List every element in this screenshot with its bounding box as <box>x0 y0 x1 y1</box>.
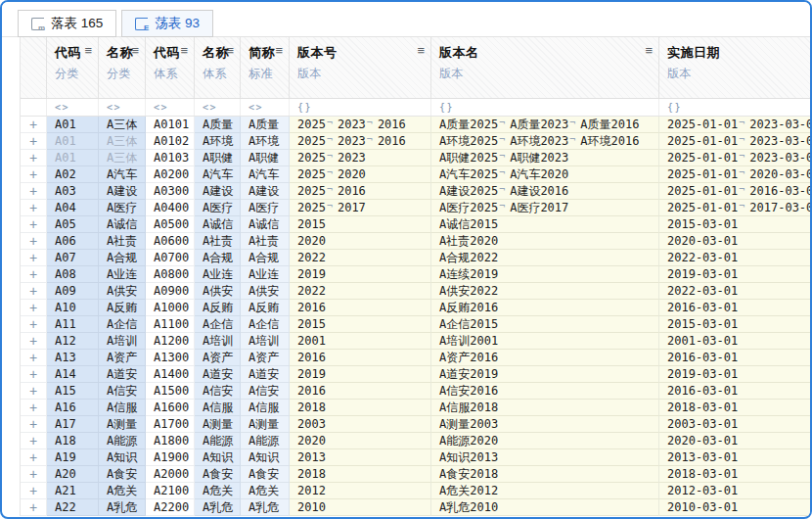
cell[interactable]: A信服 <box>241 400 290 416</box>
cell[interactable]: 2022-03-01 <box>659 250 812 266</box>
column-menu-icon[interactable]: ≡ <box>84 44 92 57</box>
cell[interactable]: 2018-03-01 <box>659 466 812 483</box>
cell[interactable]: A危关 <box>195 483 241 499</box>
cell[interactable]: A1900 <box>146 449 195 466</box>
cell[interactable]: A0200 <box>146 166 195 183</box>
expand-button[interactable]: + <box>21 316 47 333</box>
cell[interactable]: A能源 <box>241 433 290 449</box>
cell[interactable]: A反贿 <box>99 300 146 316</box>
expand-button[interactable]: + <box>21 133 47 150</box>
cell[interactable]: 2025¬2016 <box>290 183 431 200</box>
cell[interactable]: A02 <box>47 166 99 183</box>
cell[interactable]: A乳危 <box>99 499 146 516</box>
cell[interactable]: A2200 <box>146 499 195 516</box>
cell[interactable]: A03 <box>47 183 99 200</box>
cell[interactable]: 2015-03-01 <box>659 216 812 233</box>
expand-button[interactable]: + <box>21 466 47 483</box>
expand-button[interactable]: + <box>21 366 47 383</box>
cell[interactable]: A信安 <box>99 383 146 400</box>
expand-button[interactable]: + <box>21 200 47 216</box>
cell[interactable]: A建设 <box>99 183 146 200</box>
cell[interactable]: A培训 <box>99 333 146 350</box>
cell[interactable]: 2016 <box>290 383 431 400</box>
cell[interactable]: 2016-03-01 <box>659 383 812 400</box>
cell[interactable]: A三体 <box>99 117 146 133</box>
cell[interactable]: A汽车 <box>99 166 146 183</box>
cell[interactable]: A供安 <box>195 283 241 300</box>
cell[interactable]: A能源 <box>195 433 241 449</box>
cell[interactable]: A供安 <box>99 283 146 300</box>
cell[interactable]: A汽车2025¬A汽车2020 <box>431 166 659 183</box>
cell[interactable]: A1700 <box>146 416 195 433</box>
cell[interactable]: A合规 <box>195 250 241 266</box>
cell[interactable]: A培训 <box>241 333 290 350</box>
cell[interactable]: A08 <box>47 266 99 283</box>
cell[interactable]: 2022 <box>290 283 431 300</box>
cell[interactable]: A测量 <box>241 416 290 433</box>
cell[interactable]: A能源2020 <box>431 433 659 449</box>
cell[interactable]: A道安 <box>99 366 146 383</box>
cell[interactable]: A企信2015 <box>431 316 659 333</box>
cell[interactable]: 2022 <box>290 250 431 266</box>
cell[interactable]: A1600 <box>146 400 195 416</box>
cell[interactable]: A业连 <box>241 266 290 283</box>
cell[interactable]: A0600 <box>146 233 195 250</box>
cell[interactable]: A1100 <box>146 316 195 333</box>
cell[interactable]: A反贿 <box>241 300 290 316</box>
expand-button[interactable]: + <box>21 283 47 300</box>
cell[interactable]: A反贿2016 <box>431 300 659 316</box>
cell[interactable]: A01 <box>47 117 99 133</box>
expand-button[interactable]: + <box>21 250 47 266</box>
cell[interactable]: A合规 <box>241 250 290 266</box>
cell[interactable]: 2010 <box>290 499 431 516</box>
cell[interactable]: A合规2022 <box>431 250 659 266</box>
cell[interactable]: A危关 <box>241 483 290 499</box>
cell[interactable]: A食安 <box>241 466 290 483</box>
cell[interactable]: A质量 <box>195 117 241 133</box>
cell[interactable]: A乳危 <box>195 499 241 516</box>
cell[interactable]: A诚信 <box>99 216 146 233</box>
cell[interactable]: 2019-03-01 <box>659 266 812 283</box>
cell[interactable]: 2016-03-01 <box>659 350 812 366</box>
cell[interactable]: 2015 <box>290 216 431 233</box>
cell[interactable]: A信安 <box>241 383 290 400</box>
cell[interactable]: 2020-03-01 <box>659 433 812 449</box>
cell[interactable]: A质量2025¬A质量2023¬A质量2016 <box>431 117 659 133</box>
cell[interactable]: A社责 <box>99 233 146 250</box>
cell[interactable]: A资产 <box>99 350 146 366</box>
cell[interactable]: A业连 <box>195 266 241 283</box>
cell[interactable]: A乳危2010 <box>431 499 659 516</box>
expand-button[interactable]: + <box>21 416 47 433</box>
cell[interactable]: 2015 <box>290 316 431 333</box>
cell[interactable]: A测量 <box>99 416 146 433</box>
column-menu-icon[interactable]: ≡ <box>275 44 283 57</box>
cell[interactable]: 2010-03-01 <box>659 499 812 516</box>
cell[interactable]: A信服2018 <box>431 400 659 416</box>
cell[interactable]: A乳危 <box>241 499 290 516</box>
cell[interactable]: A信安 <box>195 383 241 400</box>
cell[interactable]: A1300 <box>146 350 195 366</box>
cell[interactable]: A0400 <box>146 200 195 216</box>
cell[interactable]: A建设 <box>241 183 290 200</box>
column-menu-icon[interactable]: ≡ <box>131 44 139 57</box>
cell[interactable]: 2016 <box>290 300 431 316</box>
cell[interactable]: A知识 <box>99 449 146 466</box>
cell[interactable]: A业连 <box>99 266 146 283</box>
cell[interactable]: 2022-03-01 <box>659 283 812 300</box>
cell[interactable]: 2025¬2017 <box>290 200 431 216</box>
cell[interactable]: A医疗 <box>99 200 146 216</box>
cell[interactable]: A信服 <box>99 400 146 416</box>
cell[interactable]: A供安2022 <box>431 283 659 300</box>
cell[interactable]: A医疗 <box>241 200 290 216</box>
cell[interactable]: 2016-03-01 <box>659 300 812 316</box>
cell[interactable]: A社责 <box>241 233 290 250</box>
cell[interactable]: A社责2020 <box>431 233 659 250</box>
cell[interactable]: A1800 <box>146 433 195 449</box>
cell[interactable]: 2012 <box>290 483 431 499</box>
expand-button[interactable]: + <box>21 117 47 133</box>
cell[interactable]: A危关2012 <box>431 483 659 499</box>
cell[interactable]: A10 <box>47 300 99 316</box>
cell[interactable]: A0500 <box>146 216 195 233</box>
expand-button[interactable]: + <box>21 233 47 250</box>
cell[interactable]: A0102 <box>146 133 195 150</box>
